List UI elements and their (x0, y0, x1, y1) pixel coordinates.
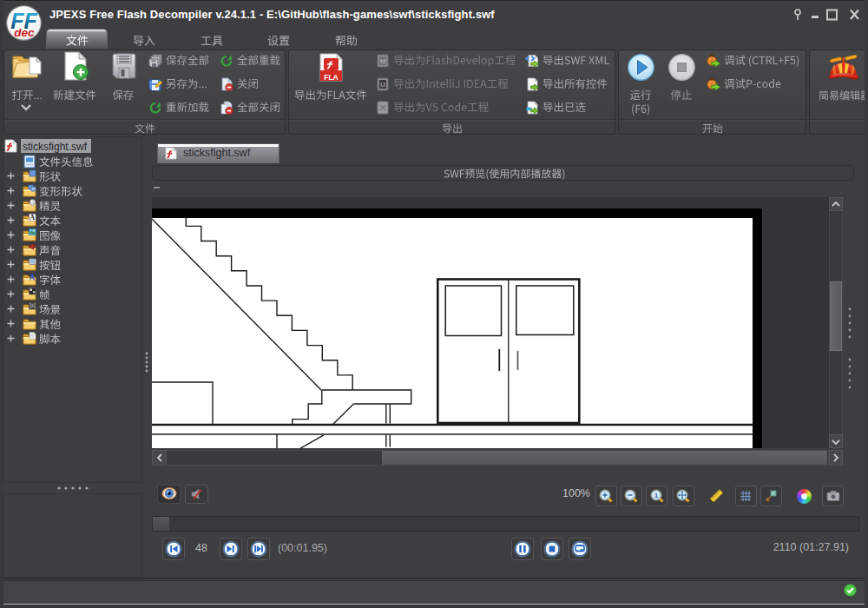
svg-text:1: 1 (654, 492, 658, 499)
svg-text:dec: dec (14, 26, 35, 39)
svg-text:fd: fd (380, 58, 385, 64)
svg-text:IJ: IJ (380, 82, 385, 88)
svg-text:FLA: FLA (324, 73, 339, 82)
svg-text:A: A (30, 214, 35, 221)
